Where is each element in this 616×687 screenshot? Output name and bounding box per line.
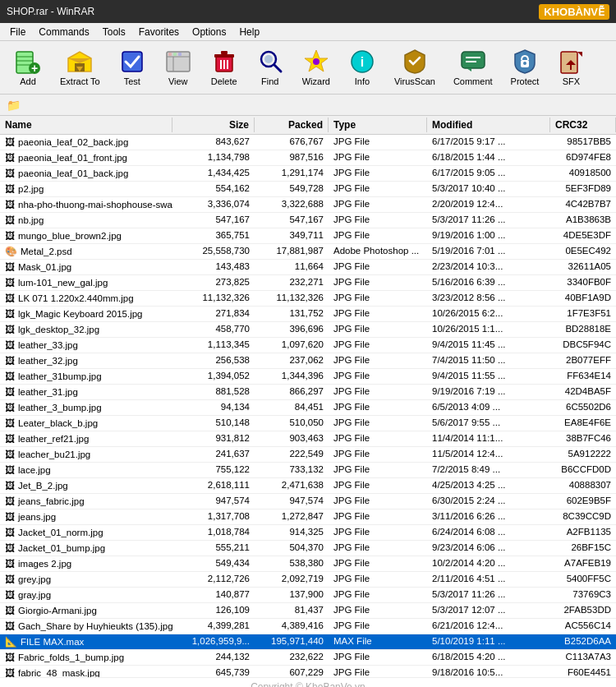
col-packed[interactable]: Packed <box>255 118 329 132</box>
col-type[interactable]: Type <box>329 118 427 132</box>
file-name: Mask_01.jpg <box>18 262 71 272</box>
table-row[interactable]: 🖼 Jacket_01_norm.jpg 1,018,784 914,325 J… <box>0 525 616 541</box>
table-row[interactable]: 🖼 paeonia_leaf_01_front.jpg 1,134,798 98… <box>0 150 616 166</box>
toolbar: + Add Extract To Test <box>0 41 616 95</box>
table-row[interactable]: 🖼 paeonia_leaf_01_back.jpg 1,434,425 1,2… <box>0 166 616 182</box>
table-row[interactable]: 🖼 images 2.jpg 549,434 538,380 JPG File … <box>0 556 616 572</box>
file-crc: 5EF3FD89 <box>550 182 616 196</box>
info-button[interactable]: i Info <box>341 44 384 90</box>
view-button[interactable]: View <box>157 44 200 90</box>
virusscan-button[interactable]: VirusScan <box>387 44 443 90</box>
table-row[interactable]: 🖼 Mask_01.jpg 143,483 11,664 JPG File 2/… <box>0 260 616 275</box>
file-name-cell: 🖼 Jacket_01_norm.jpg <box>0 525 172 540</box>
file-size: 881,528 <box>172 385 255 399</box>
file-modified: 5/16/2016 6:39 ... <box>427 275 550 290</box>
protect-button[interactable]: Protect <box>503 44 547 90</box>
col-name[interactable]: Name <box>0 118 172 132</box>
table-row[interactable]: 🖼 leather_3_bump.jpg 94,134 84,451 JPG F… <box>0 400 616 416</box>
table-row[interactable]: 🎨 Metal_2.psd 25,558,730 17,881,987 Adob… <box>0 244 616 260</box>
table-row[interactable]: 🖼 leather_ref21.jpg 931,812 903,463 JPG … <box>0 431 616 447</box>
delete-button[interactable]: Delete <box>203 44 246 90</box>
table-row[interactable]: 🖼 Jet_B_2.jpg 2,618,111 2,471,638 JPG Fi… <box>0 478 616 494</box>
table-row[interactable]: 🖼 Leater_black_b.jpg 510,148 510,050 JPG… <box>0 416 616 431</box>
file-name: fabric_48_mask.jpg <box>18 668 100 677</box>
table-row[interactable]: 🖼 lace.jpg 755,122 733,132 JPG File 7/2/… <box>0 463 616 478</box>
file-size: 140,877 <box>172 588 255 602</box>
file-type: JPG File <box>329 135 427 150</box>
table-row[interactable]: 🖼 jeans_fabric.jpg 947,574 947,574 JPG F… <box>0 494 616 509</box>
file-area[interactable]: 🖼 paeonia_leaf_02_back.jpg 843,627 676,7… <box>0 135 616 677</box>
extract-button[interactable]: Extract To <box>53 44 108 90</box>
table-row[interactable]: 🖼 grey.jpg 2,112,726 2,092,719 JPG File … <box>0 572 616 588</box>
table-row[interactable]: 🖼 paeonia_leaf_02_back.jpg 843,627 676,7… <box>0 135 616 150</box>
table-row[interactable]: 🖼 leather_32.jpg 256,538 237,062 JPG Fil… <box>0 353 616 369</box>
file-type-icon: 🖼 <box>5 136 15 148</box>
table-row[interactable]: 🖼 jeans.jpg 1,317,708 1,272,847 JPG File… <box>0 509 616 525</box>
menu-favorites[interactable]: Favorites <box>132 25 186 39</box>
add-button[interactable]: + Add <box>7 44 49 90</box>
table-row[interactable]: 🖼 leather_31bump.jpg 1,394,052 1,344,396… <box>0 369 616 385</box>
file-packed: 1,097,620 <box>255 338 329 353</box>
file-type: JPG File <box>329 307 427 321</box>
file-size: 1,026,959,9... <box>172 634 255 649</box>
menu-tools[interactable]: Tools <box>96 25 132 39</box>
file-packed: 947,574 <box>255 494 329 509</box>
file-type-icon: 🖼 <box>5 277 15 288</box>
file-type: JPG File <box>329 353 427 368</box>
file-name: nb.jpg <box>18 215 44 225</box>
col-size[interactable]: Size <box>172 118 255 132</box>
col-crc[interactable]: CRC32 <box>550 118 616 132</box>
col-modified[interactable]: Modified <box>427 118 550 132</box>
menu-file[interactable]: File <box>3 25 32 39</box>
table-row[interactable]: 🖼 lum-101_new_gal.jpg 273,825 232,271 JP… <box>0 275 616 291</box>
svg-marker-37 <box>577 52 582 57</box>
file-name: lgk_desktop_32.jpg <box>18 325 99 334</box>
file-modified: 10/26/2015 1:1... <box>427 322 550 337</box>
table-row[interactable]: 🖼 leacher_bu21.jpg 241,637 222,549 JPG F… <box>0 447 616 463</box>
sfx-button[interactable]: SFX <box>549 44 592 90</box>
file-name-cell: 🖼 leather_32.jpg <box>0 353 172 368</box>
find-button[interactable]: Find <box>249 44 292 90</box>
menu-help[interactable]: Help <box>232 25 266 39</box>
menu-commands[interactable]: Commands <box>32 25 95 39</box>
file-name: lace.jpg <box>18 465 51 475</box>
table-row[interactable]: 🖼 leather_31.jpg 881,528 866,297 JPG Fil… <box>0 385 616 400</box>
file-name: Jet_B_2.jpg <box>18 481 68 491</box>
table-row[interactable]: 🖼 leather_33.jpg 1,113,345 1,097,620 JPG… <box>0 338 616 353</box>
table-row[interactable]: 🖼 gray.jpg 140,877 137,900 JPG File 5/3/… <box>0 588 616 603</box>
table-row[interactable]: 📐 FILE MAX.max 1,026,959,9... 195,971,44… <box>0 634 616 650</box>
file-type-icon: 🖼 <box>5 339 15 351</box>
table-row[interactable]: 🖼 Jacket_01_bump.jpg 555,211 504,370 JPG… <box>0 541 616 556</box>
table-row[interactable]: 🖼 p2.jpg 554,162 549,728 JPG File 5/3/20… <box>0 182 616 197</box>
file-modified: 5/10/2019 1:11 ... <box>427 634 550 649</box>
file-crc: F60E4451 <box>550 666 616 677</box>
table-row[interactable]: 🖼 Fabric_folds_1_bump.jpg 244,132 232,62… <box>0 650 616 666</box>
test-button[interactable]: Test <box>111 44 154 90</box>
wizard-button[interactable]: Wizard <box>295 44 338 90</box>
file-crc: 2FAB53DD <box>550 603 616 618</box>
table-row[interactable]: 🖼 mungo_blue_brown2.jpg 365,751 349,711 … <box>0 228 616 244</box>
file-modified: 5/3/2017 11:26 ... <box>427 213 550 228</box>
table-row[interactable]: 🖼 Giorgio-Armani.jpg 126,109 81,437 JPG … <box>0 603 616 619</box>
file-name: leather_31.jpg <box>18 387 78 397</box>
file-name-cell: 🖼 lgk_Magic Keyboard 2015.jpg <box>0 307 172 321</box>
table-row[interactable]: 🖼 nb.jpg 547,167 547,167 JPG File 5/3/20… <box>0 213 616 228</box>
file-crc: C113A7A3 <box>550 650 616 665</box>
table-row[interactable]: 🖼 lgk_desktop_32.jpg 458,770 396,696 JPG… <box>0 322 616 338</box>
svg-rect-15 <box>173 53 177 56</box>
file-packed: 222,549 <box>255 447 329 462</box>
test-label: Test <box>124 76 140 86</box>
table-row[interactable]: 🖼 Gach_Share by Huyhieukts (135).jpg 4,3… <box>0 619 616 634</box>
table-row[interactable]: 🖼 fabric_48_mask.jpg 645,739 607,229 JPG… <box>0 666 616 677</box>
file-crc: B252D6AA <box>550 634 616 649</box>
file-crc: 2B077EFF <box>550 353 616 368</box>
table-row[interactable]: 🖼 lgk_Magic Keyboard 2015.jpg 271,834 13… <box>0 307 616 322</box>
file-type-icon: 🖼 <box>5 324 15 335</box>
menu-options[interactable]: Options <box>186 25 232 39</box>
svg-rect-16 <box>178 53 182 56</box>
file-name: nha-pho-thuong-mai-shophouse-swan-park-c… <box>18 200 172 210</box>
comment-button[interactable]: Comment <box>446 44 500 90</box>
file-type-icon: 🖼 <box>5 355 15 367</box>
table-row[interactable]: 🖼 LK 071 1.220x2.440mm.jpg 11,132,326 11… <box>0 291 616 307</box>
table-row[interactable]: 🖼 nha-pho-thuong-mai-shophouse-swan-park… <box>0 197 616 213</box>
